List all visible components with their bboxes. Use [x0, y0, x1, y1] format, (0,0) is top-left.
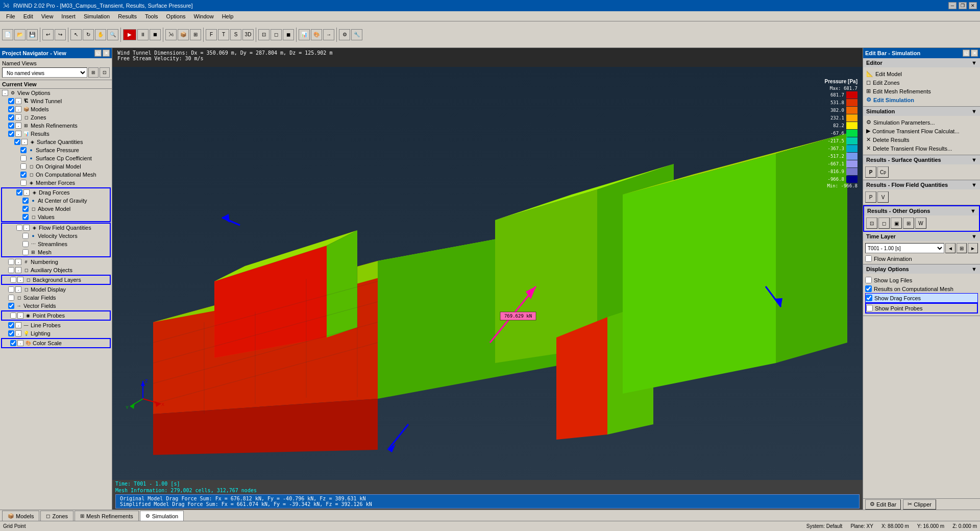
tree-item-zones[interactable]: - ◻ Zones — [0, 113, 112, 122]
tree-item-surface-quantities[interactable]: - ◈ Surface Quantities — [0, 138, 112, 146]
rp-surface-cp-btn[interactable]: Cp — [877, 166, 889, 178]
cb-above-model[interactable] — [22, 206, 29, 212]
cb-color-scale[interactable] — [10, 340, 16, 346]
expand-view-options[interactable]: - — [2, 90, 8, 96]
close-button[interactable]: ✕ — [969, 2, 977, 9]
menu-file[interactable]: File — [2, 12, 19, 20]
tool-vectors[interactable]: → — [323, 29, 334, 40]
tool-results[interactable]: 📊 — [299, 29, 310, 40]
tree-item-background-layers[interactable]: - ◻ Background Layers — [2, 276, 110, 284]
tree-item-results[interactable]: - 📊 Results — [0, 130, 112, 138]
menu-view[interactable]: View — [37, 12, 58, 20]
menu-options[interactable]: Options — [162, 12, 190, 20]
rp-sim-params[interactable]: ⚙ Simulation Parameters... — [866, 118, 977, 127]
tree-item-wind-tunnel[interactable]: - 🏗 Wind Tunnel — [0, 97, 112, 105]
tool-colormap[interactable]: 🎨 — [311, 29, 322, 40]
tool-pan[interactable]: ✋ — [95, 29, 106, 40]
tool-redo[interactable]: ↪ — [55, 29, 66, 40]
time-nav-extra-btn[interactable]: ⊞ — [957, 243, 967, 253]
display-options-title[interactable]: Display Options ▼ — [863, 264, 980, 274]
menu-edit[interactable]: Edit — [19, 12, 37, 20]
results-other-title[interactable]: Results - Other Options ▼ — [864, 206, 979, 215]
results-flow-field-title[interactable]: Results - Flow Field Quantities ▼ — [863, 180, 980, 189]
tool-open[interactable]: 📂 — [14, 29, 26, 40]
named-views-btn1[interactable]: ⊞ — [88, 67, 99, 78]
cb-vector-fields[interactable] — [8, 303, 14, 309]
rp-edit-simulation[interactable]: ⚙ Edit Simulation — [866, 95, 977, 104]
menu-tools[interactable]: Tools — [141, 12, 162, 20]
rp-streamlines-btn[interactable]: V — [877, 191, 889, 203]
tree-item-values[interactable]: ◻ Values — [2, 213, 110, 221]
expand-models[interactable]: - — [15, 106, 21, 112]
results-comp-mesh-checkbox[interactable] — [865, 285, 872, 292]
cb-surface-quantities[interactable] — [14, 139, 20, 145]
time-next-btn[interactable]: ► — [968, 243, 978, 253]
rp-close-btn[interactable]: ✕ — [971, 50, 978, 57]
cb-scalar-fields[interactable] — [8, 295, 14, 301]
tab-models[interactable]: 📦 Models — [2, 511, 39, 521]
tool-zoom[interactable]: 🔍 — [107, 29, 118, 40]
cb-surface-cp[interactable] — [20, 155, 27, 161]
cb-line-probes[interactable] — [8, 322, 14, 328]
tool-iso-view[interactable]: 3D — [242, 29, 254, 40]
cb-at-center-gravity[interactable] — [22, 198, 29, 204]
tree-item-vector-fields[interactable]: → Vector Fields — [0, 302, 112, 310]
expand-auxiliary-objects[interactable]: - — [15, 267, 21, 273]
tree-item-above-model[interactable]: ◻ Above Model — [2, 205, 110, 213]
expand-results[interactable]: - — [15, 131, 21, 137]
rp-edit-model[interactable]: 📐 Edit Model — [866, 69, 977, 78]
tool-wind-tunnel[interactable]: 🌬 — [165, 29, 177, 40]
expand-flow-field-quantities[interactable]: - — [23, 225, 30, 231]
tree-item-lighting[interactable]: - 💡 Lighting — [0, 329, 112, 337]
expand-point-probes[interactable]: - — [17, 312, 23, 319]
tool-fit-all[interactable]: ⊡ — [258, 29, 270, 40]
tree-item-auxiliary-objects[interactable]: - ◻ Auxiliary Objects — [0, 266, 112, 274]
rp-edit-mesh[interactable]: ⊞ Edit Mesh Refinements — [866, 87, 977, 95]
tree-item-point-probes[interactable]: - ◉ Point Probes — [2, 311, 110, 320]
menu-help[interactable]: Help — [218, 12, 238, 20]
tool-top-view[interactable]: T — [218, 29, 229, 40]
cb-mesh[interactable] — [22, 249, 29, 255]
rp-float-btn[interactable]: ◱ — [963, 50, 970, 57]
cb-model-display[interactable] — [8, 286, 14, 293]
tool-save[interactable]: 💾 — [27, 29, 38, 40]
expand-wind-tunnel[interactable]: - — [15, 98, 21, 104]
expand-color-scale[interactable]: - — [17, 340, 23, 346]
rp-delete-results[interactable]: ✕ Delete Results — [866, 135, 977, 144]
rp-other-btn5[interactable]: W — [915, 218, 926, 229]
tab-mesh-refinements[interactable]: ⊞ Mesh Refinements — [75, 511, 139, 521]
expand-zones[interactable]: - — [15, 114, 21, 120]
tree-item-mesh[interactable]: ⊞ Mesh — [2, 248, 110, 256]
tree-item-surface-cp[interactable]: ● Surface Cp Coefficient — [0, 154, 112, 162]
named-views-select[interactable]: No named views — [2, 67, 87, 78]
rp-edit-zones[interactable]: ◻ Edit Zones — [866, 78, 977, 87]
flow-animation-checkbox[interactable] — [865, 255, 872, 262]
tree-item-streamlines[interactable]: ⋯ Streamlines — [2, 240, 110, 248]
tree-item-member-forces[interactable]: ◈ Member Forces — [0, 179, 112, 187]
tool-wireframe[interactable]: ◻ — [271, 29, 282, 40]
tree-item-scalar-fields[interactable]: ◻ Scalar Fields — [0, 294, 112, 302]
tool-front-view[interactable]: F — [206, 29, 217, 40]
tree-item-view-options[interactable]: - ⚙ View Options — [0, 89, 112, 97]
tool-model[interactable]: 📦 — [178, 29, 189, 40]
tool-rotate[interactable]: ↻ — [83, 29, 94, 40]
tool-extra2[interactable]: 🔧 — [351, 29, 362, 40]
time-layer-select[interactable]: T001 - 1.00 [s] — [865, 243, 944, 253]
cb-mesh-refinements[interactable] — [8, 123, 14, 129]
cb-velocity-vectors[interactable] — [22, 233, 29, 239]
cb-background-layers[interactable] — [10, 277, 16, 283]
cb-results[interactable] — [8, 131, 14, 137]
time-prev-btn[interactable]: ◄ — [945, 243, 955, 253]
tree-item-velocity-vectors[interactable]: ● Velocity Vectors — [2, 232, 110, 240]
tab-simulation[interactable]: ⚙ Simulation — [140, 511, 184, 521]
cb-on-original-model[interactable] — [20, 163, 27, 170]
tree-item-model-display[interactable]: - ◻ Model Display — [0, 285, 112, 294]
cb-numbering[interactable] — [8, 259, 14, 265]
tree-item-surface-pressure[interactable]: ● Surface Pressure — [0, 146, 112, 154]
cb-wind-tunnel[interactable] — [8, 98, 14, 104]
rp-other-btn4[interactable]: ⊞ — [903, 218, 914, 229]
tool-pause[interactable]: ⏸ — [137, 29, 149, 40]
tree-item-mesh-refinements[interactable]: - ⊞ Mesh Refinements — [0, 122, 112, 130]
tool-undo[interactable]: ↩ — [42, 29, 54, 40]
show-drag-forces-checkbox[interactable] — [866, 295, 872, 301]
